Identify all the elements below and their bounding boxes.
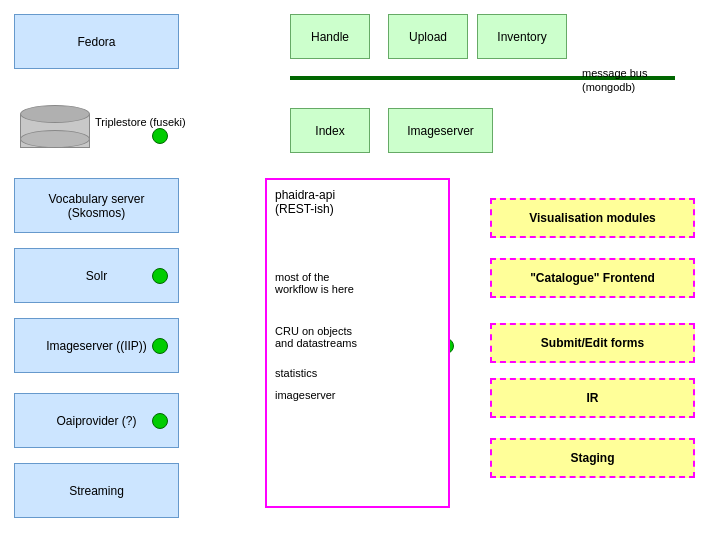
- inventory-label: Inventory: [497, 30, 546, 44]
- streaming-box: Streaming: [14, 463, 179, 518]
- api-box: phaidra-api(REST-ish) most of theworkflo…: [265, 178, 450, 508]
- oaiprovider-label: Oaiprovider (?): [56, 414, 136, 428]
- green-dot-imageserver: [152, 338, 168, 354]
- ir-label: IR: [587, 391, 599, 405]
- visualisation-label: Visualisation modules: [529, 211, 655, 225]
- api-imageserver-text: imageserver: [275, 389, 440, 401]
- index-box: Index: [290, 108, 370, 153]
- api-title: phaidra-api(REST-ish): [275, 188, 440, 216]
- green-dot-solr: [152, 268, 168, 284]
- mid-imageserver-box: Imageserver: [388, 108, 493, 153]
- upload-label: Upload: [409, 30, 447, 44]
- submit-box: Submit/Edit forms: [490, 323, 695, 363]
- solr-label: Solr: [86, 269, 107, 283]
- api-cru-text: CRU on objectsand datastreams: [275, 325, 440, 349]
- catalogue-box: "Catalogue" Frontend: [490, 258, 695, 298]
- imageserver-label: Imageserver ((IIP)): [46, 339, 147, 353]
- green-dot-oaiprovider: [152, 413, 168, 429]
- streaming-label: Streaming: [69, 484, 124, 498]
- visualisation-box: Visualisation modules: [490, 198, 695, 238]
- api-workflow-text: most of theworkflow is here: [275, 271, 440, 295]
- vocabulary-label: Vocabulary server(Skosmos): [48, 192, 144, 220]
- api-statistics-text: statistics: [275, 367, 440, 379]
- handle-box: Handle: [290, 14, 370, 59]
- green-dot-triplestore: [152, 128, 168, 144]
- submit-label: Submit/Edit forms: [541, 336, 644, 350]
- triplestore-label: Triplestore (fuseki): [95, 116, 186, 128]
- catalogue-label: "Catalogue" Frontend: [530, 271, 655, 285]
- mid-imageserver-label: Imageserver: [407, 124, 474, 138]
- triplestore-icon: Triplestore (fuseki): [20, 102, 90, 154]
- fedora-label: Fedora: [77, 35, 115, 49]
- staging-box: Staging: [490, 438, 695, 478]
- diagram: Fedora Triplestore (fuseki) Vocabulary s…: [0, 0, 720, 540]
- message-bus-label: message bus(mongodb): [582, 66, 647, 95]
- vocabulary-box: Vocabulary server(Skosmos): [14, 178, 179, 233]
- staging-label: Staging: [571, 451, 615, 465]
- fedora-box: Fedora: [14, 14, 179, 69]
- handle-label: Handle: [311, 30, 349, 44]
- inventory-box: Inventory: [477, 14, 567, 59]
- ir-box: IR: [490, 378, 695, 418]
- upload-box: Upload: [388, 14, 468, 59]
- index-label: Index: [315, 124, 344, 138]
